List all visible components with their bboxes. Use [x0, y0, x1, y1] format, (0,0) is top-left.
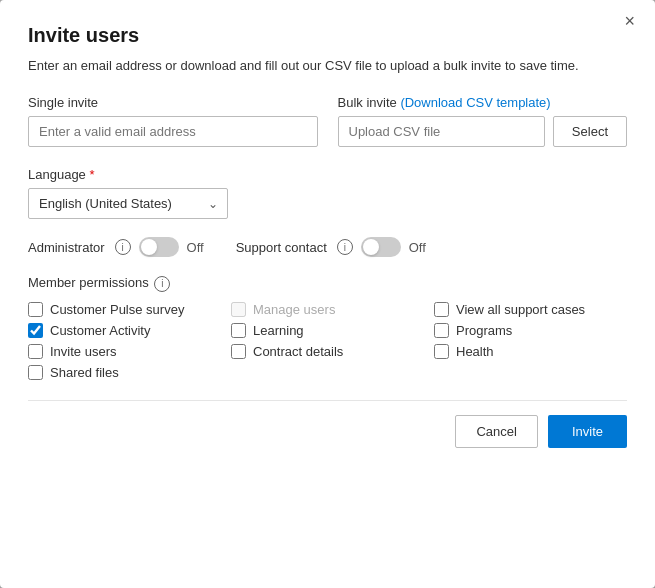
language-dropdown-wrap: English (United States) French German Sp…	[28, 188, 228, 219]
language-select[interactable]: English (United States) French German Sp…	[28, 188, 228, 219]
bulk-invite-col: Bulk invite (Download CSV template) Sele…	[338, 95, 628, 147]
permission-manage-users: Manage users	[231, 302, 424, 317]
close-button[interactable]: ×	[618, 10, 641, 32]
permission-customer-activity: Customer Activity	[28, 323, 221, 338]
checkbox-learning[interactable]	[231, 323, 246, 338]
administrator-toggle[interactable]	[139, 237, 179, 257]
single-invite-input[interactable]	[28, 116, 318, 147]
permission-programs: Programs	[434, 323, 627, 338]
label-manage-users: Manage users	[253, 302, 335, 317]
permission-learning: Learning	[231, 323, 424, 338]
administrator-info-icon[interactable]: i	[115, 239, 131, 255]
checkbox-customer-activity[interactable]	[28, 323, 43, 338]
support-contact-toggle-label: Off	[409, 240, 426, 255]
administrator-label: Administrator	[28, 240, 105, 255]
permission-customer-pulse-survey: Customer Pulse survey	[28, 302, 221, 317]
support-contact-toggle-track[interactable]	[361, 237, 401, 257]
permission-shared-files: Shared files	[28, 365, 221, 380]
checkbox-health[interactable]	[434, 344, 449, 359]
required-star: *	[86, 167, 95, 182]
checkbox-manage-users	[231, 302, 246, 317]
permission-contract-details: Contract details	[231, 344, 424, 359]
language-section: Language * English (United States) Frenc…	[28, 167, 627, 219]
label-learning: Learning	[253, 323, 304, 338]
checkbox-customer-pulse-survey[interactable]	[28, 302, 43, 317]
support-contact-toggle-group: Support contact i Off	[236, 237, 426, 257]
label-shared-files: Shared files	[50, 365, 119, 380]
permissions-section: Member permissions i Customer Pulse surv…	[28, 275, 627, 380]
permissions-info-icon[interactable]: i	[154, 276, 170, 292]
support-contact-info-icon[interactable]: i	[337, 239, 353, 255]
single-invite-col: Single invite	[28, 95, 318, 147]
support-contact-label: Support contact	[236, 240, 327, 255]
support-contact-toggle-thumb	[363, 239, 379, 255]
administrator-toggle-track[interactable]	[139, 237, 179, 257]
single-invite-label: Single invite	[28, 95, 318, 110]
select-button[interactable]: Select	[553, 116, 627, 147]
bulk-invite-input[interactable]	[338, 116, 545, 147]
label-contract-details: Contract details	[253, 344, 343, 359]
checkbox-programs[interactable]	[434, 323, 449, 338]
permission-view-all-support-cases: View all support cases	[434, 302, 627, 317]
label-health: Health	[456, 344, 494, 359]
language-label: Language *	[28, 167, 627, 182]
toggles-row: Administrator i Off Support contact i O	[28, 237, 627, 257]
label-programs: Programs	[456, 323, 512, 338]
administrator-toggle-group: Administrator i Off	[28, 237, 204, 257]
permissions-grid: Customer Pulse survey Manage users View …	[28, 302, 627, 380]
label-view-all-support-cases: View all support cases	[456, 302, 585, 317]
label-customer-activity: Customer Activity	[50, 323, 150, 338]
invite-row: Single invite Bulk invite (Download CSV …	[28, 95, 627, 147]
modal-title: Invite users	[28, 24, 627, 47]
checkbox-invite-users[interactable]	[28, 344, 43, 359]
administrator-toggle-thumb	[141, 239, 157, 255]
label-customer-pulse-survey: Customer Pulse survey	[50, 302, 184, 317]
modal-footer: Cancel Invite	[28, 400, 627, 448]
checkbox-contract-details[interactable]	[231, 344, 246, 359]
permission-invite-users: Invite users	[28, 344, 221, 359]
support-contact-toggle[interactable]	[361, 237, 401, 257]
bulk-invite-row: Select	[338, 116, 628, 147]
administrator-toggle-label: Off	[187, 240, 204, 255]
invite-users-modal: × Invite users Enter an email address or…	[0, 0, 655, 588]
label-invite-users: Invite users	[50, 344, 116, 359]
bulk-invite-label: Bulk invite (Download CSV template)	[338, 95, 628, 110]
checkbox-view-all-support-cases[interactable]	[434, 302, 449, 317]
permission-health: Health	[434, 344, 627, 359]
cancel-button[interactable]: Cancel	[455, 415, 537, 448]
modal-overlay: × Invite users Enter an email address or…	[0, 0, 655, 588]
permissions-title: Member permissions i	[28, 275, 627, 292]
download-csv-link[interactable]: (Download CSV template)	[400, 95, 550, 110]
checkbox-shared-files[interactable]	[28, 365, 43, 380]
modal-description: Enter an email address or download and f…	[28, 57, 627, 75]
invite-button[interactable]: Invite	[548, 415, 627, 448]
